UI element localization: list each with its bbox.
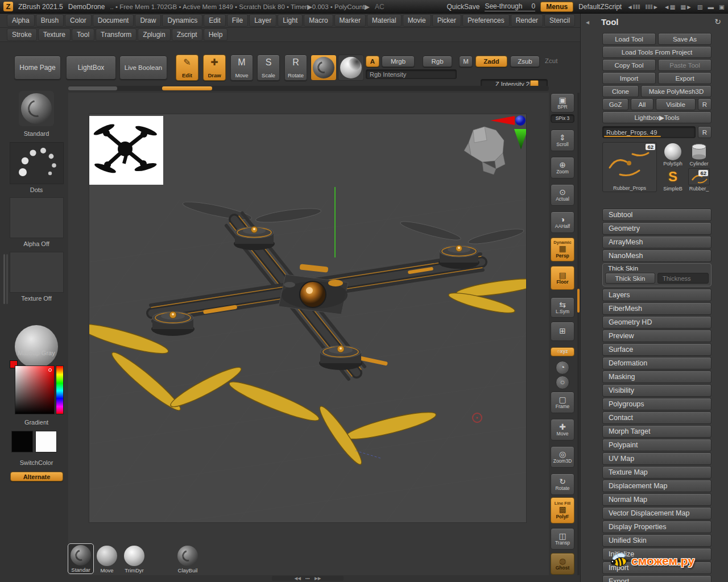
menu-brush[interactable]: Brush bbox=[36, 14, 64, 27]
secondary-material-slot[interactable] bbox=[338, 55, 364, 81]
rubber-tool[interactable]: 62 Rubber_ bbox=[686, 168, 712, 192]
move-button[interactable]: M Move bbox=[230, 55, 253, 81]
section-texture-map[interactable]: Texture Map bbox=[602, 466, 712, 479]
menu-zscript[interactable]: Zscript bbox=[172, 28, 202, 41]
section-surface[interactable]: Surface bbox=[602, 343, 712, 356]
export-button[interactable]: Export bbox=[658, 72, 712, 84]
bottom-brush-standard[interactable]: Standar bbox=[68, 543, 94, 574]
bpr-button[interactable]: ▣BPR bbox=[551, 93, 574, 113]
menu-help[interactable]: Help bbox=[204, 28, 228, 41]
slider-left-icon[interactable]: ◄‖‖‖ bbox=[627, 3, 640, 10]
secondary-color-swatch[interactable] bbox=[35, 431, 57, 452]
import-button[interactable]: Import bbox=[602, 72, 656, 84]
simpleb-tool[interactable]: S SimpleB bbox=[660, 168, 685, 192]
gxyz-button[interactable]: ○xyz bbox=[551, 347, 574, 356]
paste-tool-button[interactable]: Paste Tool bbox=[658, 59, 712, 71]
menu-marker[interactable]: Marker bbox=[334, 14, 366, 27]
dock-right-icon[interactable]: ▦► bbox=[680, 3, 692, 10]
menu-alpha[interactable]: Alpha bbox=[7, 14, 35, 27]
section-display-properties[interactable]: Display Properties bbox=[602, 521, 712, 533]
menu-preferences[interactable]: Preferences bbox=[462, 14, 510, 27]
clone-button[interactable]: Clone bbox=[602, 85, 639, 97]
polysph-tool[interactable]: PolySph bbox=[660, 143, 685, 167]
menu-transform[interactable]: Transform bbox=[96, 28, 136, 41]
quicksave-button[interactable]: QuickSave bbox=[446, 3, 479, 11]
section-displacement-map[interactable]: Displacement Map bbox=[602, 480, 712, 492]
r-small-button[interactable]: R bbox=[698, 126, 712, 138]
section-preview[interactable]: Preview bbox=[602, 330, 712, 342]
rgb-intensity-slider[interactable]: Rgb Intensity bbox=[366, 69, 457, 79]
canvas-vscroll-thumb[interactable] bbox=[577, 289, 580, 313]
scrollbar-thumb-gray[interactable] bbox=[68, 86, 117, 90]
rgb-button[interactable]: Rgb bbox=[423, 56, 452, 67]
mrgb-button[interactable]: Mrgb bbox=[382, 56, 415, 67]
menu-material[interactable]: Material bbox=[367, 14, 402, 27]
section-layers[interactable]: Layers bbox=[602, 289, 712, 301]
menu-picker[interactable]: Picker bbox=[432, 14, 461, 27]
section-geometry[interactable]: Geometry bbox=[602, 222, 712, 235]
section-masking[interactable]: Masking bbox=[602, 371, 712, 383]
slider-right-icon[interactable]: ‖‖‖► bbox=[646, 3, 659, 10]
section-fibermesh[interactable]: FiberMesh bbox=[602, 302, 712, 315]
canvas[interactable] bbox=[89, 114, 527, 523]
menu-macro[interactable]: Macro bbox=[304, 14, 333, 27]
move-view-button[interactable]: ✚Move bbox=[551, 419, 574, 440]
document-thumbnail[interactable] bbox=[89, 116, 163, 185]
load-tool-button[interactable]: Load Tool bbox=[602, 33, 656, 45]
lsym-button[interactable]: ⇆L.Sym bbox=[551, 297, 574, 318]
section-geometry-hd[interactable]: Geometry HD bbox=[602, 316, 712, 329]
saturation-value-square[interactable] bbox=[15, 365, 55, 414]
menu-document[interactable]: Document bbox=[93, 14, 134, 27]
camera-head-gizmo[interactable] bbox=[464, 127, 505, 174]
menu-stroke[interactable]: Stroke bbox=[7, 28, 37, 41]
frame-button[interactable]: ▢Frame bbox=[551, 392, 574, 413]
current-tool-thumbnail[interactable]: 62 Rubber_Props bbox=[602, 142, 657, 192]
main-color-swatch[interactable] bbox=[11, 431, 33, 452]
visible-button[interactable]: Visible bbox=[656, 98, 696, 110]
menu-texture[interactable]: Texture bbox=[38, 28, 71, 41]
menus-button[interactable]: Menus bbox=[540, 2, 573, 12]
menu-edit[interactable]: Edit bbox=[204, 14, 226, 27]
texture-thumbnail[interactable] bbox=[10, 252, 64, 293]
actual-button[interactable]: ⊙Actual bbox=[551, 184, 574, 206]
menu-tool[interactable]: Tool bbox=[72, 28, 94, 41]
dock-left-icon[interactable]: ◄▦ bbox=[664, 3, 675, 10]
nav-left-icon[interactable]: ◀◀ bbox=[294, 576, 301, 581]
section-nanomesh[interactable]: NanoMesh bbox=[602, 250, 712, 262]
floor-button[interactable]: ▤Floor bbox=[551, 266, 574, 290]
lightbox-tools-button[interactable]: Lightbox▶Tools bbox=[602, 111, 712, 123]
r-button[interactable]: R bbox=[698, 98, 712, 110]
section-polypaint[interactable]: Polypaint bbox=[602, 439, 712, 451]
section-uv-map[interactable]: UV Map bbox=[602, 452, 712, 465]
ghost-button[interactable]: ◍Ghost bbox=[551, 553, 574, 575]
bottom-brush-move[interactable]: Move bbox=[97, 546, 117, 573]
see-through-slider[interactable]: See-through0 bbox=[485, 2, 535, 11]
save-as-button[interactable]: Save As bbox=[658, 33, 712, 45]
section-visibility[interactable]: Visibility bbox=[602, 384, 712, 397]
section-unified-skin[interactable]: Unified Skin bbox=[602, 534, 712, 547]
scroll-button[interactable]: ⇕Scroll bbox=[551, 130, 574, 151]
section-deformation[interactable]: Deformation bbox=[602, 357, 712, 369]
section-polygroups[interactable]: Polygroups bbox=[602, 398, 712, 410]
rotate-button[interactable]: R Rotate bbox=[284, 55, 307, 81]
color-a-button[interactable]: A bbox=[366, 56, 379, 67]
menu-movie[interactable]: Movie bbox=[403, 14, 431, 27]
spix-slider[interactable]: SPix 3 bbox=[551, 114, 574, 123]
document-scrollbar[interactable] bbox=[68, 86, 549, 91]
menu-zplugin[interactable]: Zplugin bbox=[138, 28, 170, 41]
aahalf-button[interactable]: ◑AAHalf bbox=[551, 211, 574, 233]
persp-button[interactable]: Dynamic▦Persp bbox=[551, 238, 574, 261]
menu-light[interactable]: Light bbox=[278, 14, 303, 27]
panel-collapse-icon[interactable]: ◂ bbox=[586, 18, 589, 26]
left-tray-scrollbar[interactable] bbox=[3, 254, 5, 304]
zoom3d-button[interactable]: ◎Zoom3D bbox=[551, 446, 574, 468]
copy-tool-button[interactable]: Copy Tool bbox=[602, 59, 656, 71]
canvas-vertical-scrollbar[interactable] bbox=[577, 93, 580, 575]
zadd-button[interactable]: Zadd bbox=[475, 56, 507, 67]
nav-right-icon[interactable]: ▶▶ bbox=[315, 576, 321, 581]
current-material-slot[interactable] bbox=[311, 55, 337, 81]
zoom-button[interactable]: ⊕Zoom bbox=[551, 157, 574, 178]
make-polymesh3d-button[interactable]: Make PolyMesh3D bbox=[641, 85, 712, 97]
live-boolean-button[interactable]: Live Boolean bbox=[119, 56, 167, 80]
tool-name-slider[interactable]: Rubber_Props. 49 bbox=[602, 126, 696, 138]
